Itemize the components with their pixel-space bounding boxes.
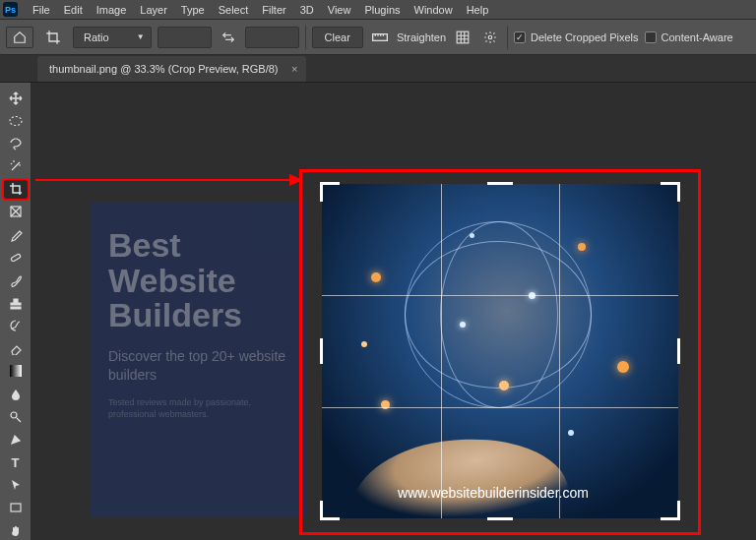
crop-handle-top-left[interactable] (320, 182, 340, 202)
delete-cropped-checkbox[interactable]: ✓ Delete Cropped Pixels (514, 31, 638, 43)
crop-preset-select[interactable]: Ratio ▼ (73, 27, 152, 48)
type-icon: T (12, 455, 20, 470)
document-tab-title: thumbnail.png @ 33.3% (Crop Preview, RGB… (49, 63, 279, 75)
globe-lon (440, 221, 558, 408)
crop-icon (45, 30, 61, 45)
tool-type[interactable]: T (4, 453, 28, 472)
hand-icon (9, 524, 23, 538)
svg-rect-1 (457, 31, 469, 43)
checkbox-checked-icon: ✓ (514, 31, 526, 43)
tool-crop[interactable] (4, 180, 28, 199)
tool-pen[interactable] (4, 430, 28, 449)
tool-marquee[interactable] (4, 111, 28, 130)
dot (470, 233, 474, 238)
tool-gradient[interactable] (4, 362, 28, 381)
tool-clone-stamp[interactable] (4, 293, 28, 312)
tool-frame[interactable] (4, 203, 28, 221)
crop-width-input[interactable] (158, 27, 212, 48)
poster-fineprint: Tested reviews made by passionate, profe… (108, 396, 289, 421)
chevron-down-icon: ▼ (137, 32, 145, 41)
tool-lasso[interactable] (4, 134, 28, 152)
crop-handle-top-right[interactable] (661, 182, 680, 202)
crop-handle-top[interactable] (487, 182, 513, 185)
svg-rect-5 (10, 253, 21, 261)
eyedropper-icon (9, 228, 23, 242)
clear-button[interactable]: Clear (312, 27, 363, 48)
tool-magic-wand[interactable] (4, 156, 28, 175)
document-tab[interactable]: thumbnail.png @ 33.3% (Crop Preview, RGB… (37, 56, 306, 82)
menu-edit[interactable]: Edit (57, 0, 90, 20)
tool-eyedropper[interactable] (4, 225, 28, 244)
content-aware-checkbox[interactable]: Content-Aware (645, 31, 733, 43)
swap-dimensions-button[interactable] (218, 27, 239, 48)
straighten-icon-button[interactable] (369, 27, 391, 48)
menu-window[interactable]: Window (408, 0, 460, 20)
dodge-icon (9, 410, 23, 424)
gear-icon (483, 30, 497, 44)
menu-3d[interactable]: 3D (293, 0, 321, 20)
clear-label: Clear (325, 31, 350, 43)
crop-preview-frame[interactable]: www.websitebuilderinsider.com (322, 184, 678, 518)
dot (460, 322, 466, 328)
move-icon (9, 91, 23, 105)
grid-overlay-button[interactable] (452, 27, 473, 48)
straighten-label[interactable]: Straighten (397, 31, 446, 43)
active-tool-icon (39, 27, 67, 48)
crop-options-button[interactable] (479, 27, 501, 48)
tool-hand[interactable] (4, 521, 28, 540)
tool-blur[interactable] (4, 385, 28, 403)
tool-move[interactable] (4, 89, 28, 107)
crop-handle-bottom-left[interactable] (320, 501, 340, 520)
stamp-icon (9, 296, 23, 310)
poster-subtitle: Discover the top 20+ website builders (108, 347, 289, 385)
delete-cropped-label: Delete Cropped Pixels (531, 31, 638, 43)
crop-handle-bottom[interactable] (487, 517, 513, 520)
menu-filter[interactable]: Filter (255, 0, 292, 20)
tool-history-brush[interactable] (4, 317, 28, 335)
crop-grid-line (441, 184, 442, 518)
menu-file[interactable]: File (26, 0, 57, 20)
svg-point-3 (10, 116, 22, 125)
close-tab-icon[interactable]: × (291, 63, 297, 75)
separator (305, 26, 306, 49)
bandaid-icon (9, 251, 23, 265)
crop-height-input[interactable] (245, 27, 299, 48)
crop-handle-right[interactable] (677, 338, 680, 364)
dot (578, 243, 586, 251)
work-area: T Best Website Builders Discover the top… (0, 83, 756, 540)
menu-select[interactable]: Select (212, 0, 256, 20)
poster-line1: Best (108, 228, 289, 264)
canvas[interactable]: Best Website Builders Discover the top 2… (32, 83, 756, 540)
tool-path-select[interactable] (4, 476, 28, 495)
crop-icon (9, 182, 23, 196)
svg-point-2 (488, 35, 492, 39)
crop-grid-line (559, 184, 560, 518)
menu-type[interactable]: Type (174, 0, 212, 20)
crop-handle-bottom-right[interactable] (661, 501, 680, 520)
tool-dodge[interactable] (4, 407, 28, 426)
menu-image[interactable]: Image (90, 0, 134, 20)
home-button[interactable] (6, 27, 33, 48)
tool-spot-heal[interactable] (4, 248, 28, 267)
options-bar: Ratio ▼ Clear Straighten ✓ Delete Croppe… (0, 20, 756, 55)
wand-icon (9, 159, 23, 173)
dot (617, 361, 629, 373)
menu-plugins[interactable]: Plugins (357, 0, 407, 20)
poster-line2: Website (108, 264, 289, 299)
pen-icon (9, 433, 23, 447)
tool-rectangle[interactable] (4, 499, 28, 517)
tool-eraser[interactable] (4, 339, 28, 358)
separator (507, 26, 508, 49)
crop-handle-left[interactable] (320, 338, 323, 364)
dot (381, 400, 390, 409)
tool-brush[interactable] (4, 270, 28, 289)
menu-view[interactable]: View (321, 0, 358, 20)
annotation-arrow (35, 179, 301, 181)
svg-rect-6 (10, 365, 22, 377)
preview-url-text: www.websitebuilderinsider.com (322, 485, 664, 501)
menu-layer[interactable]: Layer (133, 0, 174, 20)
marquee-icon (9, 114, 23, 128)
drop-icon (9, 388, 23, 401)
checkbox-unchecked-icon (645, 31, 657, 43)
menu-help[interactable]: Help (460, 0, 496, 20)
